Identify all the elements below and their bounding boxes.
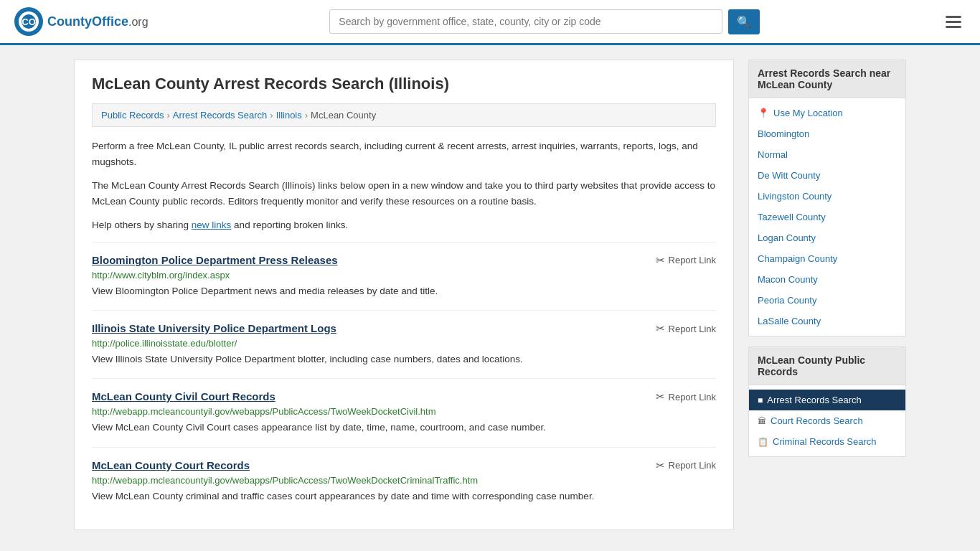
use-my-location[interactable]: 📍 Use My Location: [749, 103, 905, 123]
breadcrumb-illinois[interactable]: Illinois: [276, 110, 302, 121]
breadcrumb-sep-1: ›: [166, 110, 169, 121]
nearby-item-label-2: De Witt County: [758, 170, 820, 181]
public-record-icon-1: 🏛: [758, 416, 766, 426]
search-bar: 🔍: [329, 9, 760, 34]
menu-button[interactable]: [941, 11, 966, 32]
nearby-item-3[interactable]: Livingston County: [749, 186, 905, 207]
breadcrumb-arrest-records[interactable]: Arrest Records Search: [173, 110, 268, 121]
search-button[interactable]: 🔍: [728, 9, 760, 34]
search-input[interactable]: [329, 9, 722, 34]
nearby-item-label-5: Logan County: [758, 232, 816, 243]
nearby-item-label-6: Champaign County: [758, 253, 837, 264]
result-item: Bloomington Police Department Press Rele…: [92, 242, 716, 310]
result-url-0[interactable]: http://www.cityblm.org/index.aspx: [92, 270, 716, 281]
public-records-section: McLean County Public Records ■ Arrest Re…: [748, 347, 906, 457]
breadcrumb-sep-3: ›: [305, 110, 308, 121]
public-record-label-1: Court Records Search: [771, 415, 863, 426]
logo-icon: CO: [14, 7, 43, 36]
logo[interactable]: CO CountyOffice.org: [14, 7, 149, 36]
result-title-3[interactable]: McLean County Court Records: [92, 459, 250, 471]
nearby-item-4[interactable]: Tazewell County: [749, 207, 905, 227]
nearby-item-6[interactable]: Champaign County: [749, 248, 905, 269]
result-item: Illinois State University Police Departm…: [92, 310, 716, 378]
result-desc-2: View McLean County Civil Court cases app…: [92, 420, 716, 435]
breadcrumb-mclean-county: McLean County: [311, 110, 376, 121]
public-record-label-0: Arrest Records Search: [767, 395, 862, 405]
result-title-1[interactable]: Illinois State University Police Departm…: [92, 322, 336, 334]
result-item: McLean County Civil Court Records ✂ Repo…: [92, 378, 716, 446]
description-1: Perform a free McLean County, IL public …: [92, 138, 716, 169]
report-link-btn-3[interactable]: ✂ Report Link: [656, 459, 716, 472]
nearby-item-0[interactable]: Bloomington: [749, 123, 905, 144]
nearby-item-7[interactable]: Macon County: [749, 269, 905, 290]
nearby-item-8[interactable]: Peoria County: [749, 290, 905, 311]
report-icon-2: ✂: [656, 390, 665, 403]
result-url-3[interactable]: http://webapp.mcleancountyil.gov/webapps…: [92, 475, 716, 486]
report-icon-0: ✂: [656, 254, 665, 267]
menu-bar-3: [946, 26, 961, 28]
report-label-1: Report Link: [669, 324, 716, 334]
public-record-item-2[interactable]: 📋 Criminal Records Search: [749, 431, 905, 452]
public-records-header: McLean County Public Records: [749, 347, 905, 385]
report-icon-1: ✂: [656, 322, 665, 335]
nearby-item-label-4: Tazewell County: [758, 212, 826, 222]
public-record-item-1[interactable]: 🏛 Court Records Search: [749, 410, 905, 431]
report-label-2: Report Link: [669, 392, 716, 402]
public-records-items: ■ Arrest Records Search 🏛 Court Records …: [749, 385, 905, 456]
public-record-label-2: Criminal Records Search: [773, 436, 877, 447]
nearby-item-label-3: Livingston County: [758, 191, 831, 202]
report-link-btn-1[interactable]: ✂ Report Link: [656, 322, 716, 335]
report-link-btn-2[interactable]: ✂ Report Link: [656, 390, 716, 403]
logo-org: .org: [128, 16, 149, 28]
nearby-item-9[interactable]: LaSalle County: [749, 311, 905, 331]
result-title-2[interactable]: McLean County Civil Court Records: [92, 390, 275, 402]
logo-county: County: [47, 14, 92, 29]
result-url-1[interactable]: http://police.illinoisstate.edu/blotter/: [92, 338, 716, 349]
page-title: McLean County Arrest Records Search (Ill…: [92, 75, 716, 93]
results-container: Bloomington Police Department Press Rele…: [92, 242, 716, 515]
report-link-btn-0[interactable]: ✂ Report Link: [656, 254, 716, 267]
result-title-0[interactable]: Bloomington Police Department Press Rele…: [92, 254, 338, 266]
result-url-2[interactable]: http://webapp.mcleancountyil.gov/webapps…: [92, 406, 716, 417]
public-record-icon-0: ■: [758, 395, 763, 405]
breadcrumb-sep-2: ›: [270, 110, 273, 121]
location-icon: 📍: [758, 108, 769, 118]
report-label-3: Report Link: [669, 460, 716, 471]
result-desc-0: View Bloomington Police Department news …: [92, 284, 716, 298]
menu-bar-1: [946, 16, 961, 18]
nearby-item-label-0: Bloomington: [758, 128, 809, 139]
nearby-section: Arrest Records Search near McLean County…: [748, 60, 906, 336]
svg-text:CO: CO: [22, 17, 36, 27]
breadcrumb-public-records[interactable]: Public Records: [101, 110, 164, 121]
search-icon: 🔍: [737, 16, 751, 28]
description-3: Help others by sharing new links and rep…: [92, 217, 716, 233]
description-3-post: and reporting broken links.: [231, 220, 348, 230]
nearby-item-5[interactable]: Logan County: [749, 227, 905, 248]
nearby-item-label-9: LaSalle County: [758, 316, 821, 326]
public-record-icon-2: 📋: [758, 437, 768, 447]
breadcrumb: Public Records › Arrest Records Search ›…: [92, 103, 716, 127]
result-desc-3: View McLean County criminal and traffic …: [92, 489, 716, 504]
nearby-header: Arrest Records Search near McLean County: [749, 60, 905, 98]
result-desc-1: View Illinois State University Police De…: [92, 352, 716, 367]
result-item: McLean County Court Records ✂ Report Lin…: [92, 447, 716, 515]
logo-office: Office: [92, 14, 128, 29]
description-3-pre: Help others by sharing: [92, 220, 192, 230]
nearby-item-label-7: Macon County: [758, 274, 818, 285]
report-icon-3: ✂: [656, 459, 665, 472]
description-2: The McLean County Arrest Records Search …: [92, 178, 716, 209]
nearby-item-2[interactable]: De Witt County: [749, 165, 905, 186]
public-record-item-0[interactable]: ■ Arrest Records Search: [749, 390, 905, 410]
report-label-0: Report Link: [669, 255, 716, 265]
nearby-item-label-1: Normal: [758, 149, 788, 160]
nearby-item-label-8: Peoria County: [758, 295, 816, 306]
new-links-link[interactable]: new links: [192, 220, 232, 230]
nearby-items: 📍 Use My Location BloomingtonNormalDe Wi…: [749, 98, 905, 336]
menu-bar-2: [946, 21, 961, 23]
use-my-location-label: Use My Location: [773, 108, 843, 118]
nearby-item-1[interactable]: Normal: [749, 144, 905, 165]
